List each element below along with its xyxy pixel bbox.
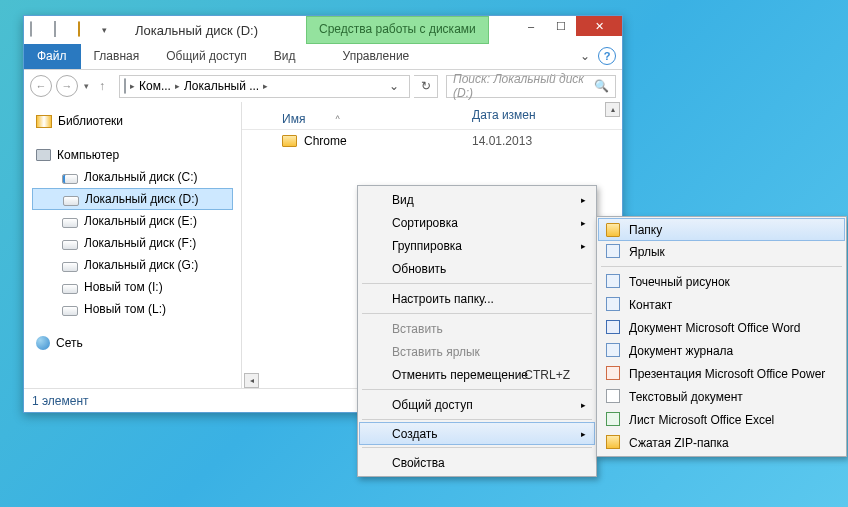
menu-group[interactable]: Группировка▸ — [360, 234, 594, 257]
drive-icon — [30, 22, 46, 38]
submenu-journal[interactable]: Документ журнала — [599, 339, 844, 362]
menu-undo-move[interactable]: Отменить перемещениеCTRL+Z — [360, 363, 594, 386]
col-date[interactable]: Дата измен — [472, 108, 572, 129]
menu-paste: Вставить — [360, 317, 594, 340]
menu-share[interactable]: Общий доступ▸ — [360, 393, 594, 416]
menu-label: Документ журнала — [629, 344, 733, 358]
item-count: 1 элемент — [32, 394, 89, 408]
menu-label: Вид — [392, 193, 414, 207]
menu-label: Настроить папку... — [392, 292, 494, 306]
column-headers[interactable]: Имя ^ Дата измен — [242, 108, 622, 130]
scroll-left-icon[interactable]: ◂ — [244, 373, 259, 388]
submenu-contact[interactable]: Контакт — [599, 293, 844, 316]
menu-properties[interactable]: Свойства — [360, 451, 594, 474]
navigation-pane[interactable]: Библиотеки Компьютер Локальный диск (C:)… — [24, 102, 242, 388]
chevron-right-icon[interactable]: ▸ — [130, 81, 135, 91]
crumb-drive-d[interactable]: Локальный ... — [184, 79, 259, 93]
menu-label: Общий доступ — [392, 398, 473, 412]
nav-drive-f[interactable]: Локальный диск (F:) — [32, 232, 241, 254]
nav-drive-d[interactable]: Локальный диск (D:) — [32, 188, 233, 210]
chevron-right-icon: ▸ — [581, 400, 586, 410]
submenu-bitmap[interactable]: Точечный рисунок — [599, 270, 844, 293]
zip-icon — [606, 435, 620, 449]
submenu-ppt[interactable]: Презентация Microsoft Office Power — [599, 362, 844, 385]
submenu-shortcut[interactable]: Ярлык — [599, 240, 844, 263]
col-date-label: Дата измен — [472, 108, 536, 122]
excel-icon — [606, 412, 620, 426]
nav-computer[interactable]: Компьютер — [32, 144, 241, 166]
search-icon[interactable]: 🔍 — [594, 79, 609, 93]
tab-file[interactable]: Файл — [24, 44, 81, 69]
nav-network[interactable]: Сеть — [32, 332, 241, 354]
submenu-word[interactable]: Документ Microsoft Office Word — [599, 316, 844, 339]
forward-button[interactable]: → — [56, 75, 78, 97]
separator — [362, 313, 592, 314]
qat-dropdown-icon[interactable]: ▾ — [102, 25, 107, 35]
nav-drive-g[interactable]: Локальный диск (G:) — [32, 254, 241, 276]
title-bar[interactable]: ▾ Локальный диск (D:) Средства работы с … — [24, 16, 622, 44]
menu-view[interactable]: Вид▸ — [360, 188, 594, 211]
close-button[interactable]: ✕ — [576, 16, 622, 36]
nav-drive-e[interactable]: Локальный диск (E:) — [32, 210, 241, 232]
chevron-right-icon[interactable]: ▸ — [175, 81, 180, 91]
address-dropdown-icon[interactable]: ⌄ — [383, 79, 405, 93]
crumb-computer[interactable]: Ком... — [139, 79, 171, 93]
tab-manage[interactable]: Управление — [330, 44, 424, 69]
col-name[interactable]: Имя ^ — [282, 108, 472, 129]
tab-view[interactable]: Вид — [261, 44, 310, 69]
scrollbar[interactable]: ▴ — [605, 102, 620, 117]
tab-share[interactable]: Общий доступ — [153, 44, 261, 69]
menu-label: Документ Microsoft Office Word — [629, 321, 801, 335]
disk-tools-tab[interactable]: Средства работы с дисками — [306, 16, 489, 44]
back-button[interactable]: ← — [30, 75, 52, 97]
scroll-up-icon[interactable]: ▴ — [605, 102, 620, 117]
menu-label: Презентация Microsoft Office Power — [629, 367, 825, 381]
file-date: 14.01.2013 — [472, 134, 572, 148]
search-placeholder: Поиск: Локальный диск (D:) — [453, 72, 594, 100]
nav-vol-i[interactable]: Новый том (I:) — [32, 276, 241, 298]
nav-label: Библиотеки — [58, 114, 123, 128]
menu-create[interactable]: Создать▸ — [359, 422, 595, 445]
submenu-excel[interactable]: Лист Microsoft Office Excel — [599, 408, 844, 431]
chevron-right-icon: ▸ — [581, 195, 586, 205]
drive-icon — [62, 284, 78, 294]
window-title: Локальный диск (D:) — [135, 23, 258, 38]
refresh-button[interactable]: ↻ — [414, 75, 438, 98]
search-input[interactable]: Поиск: Локальный диск (D:) 🔍 — [446, 75, 616, 98]
menu-label: Папку — [629, 223, 662, 237]
drive-icon — [124, 79, 126, 93]
menu-label: Точечный рисунок — [629, 275, 730, 289]
properties-icon[interactable] — [54, 22, 70, 38]
breadcrumb[interactable]: ▸ Ком... ▸ Локальный ... ▸ ⌄ — [119, 75, 410, 98]
submenu-folder[interactable]: Папку — [598, 218, 845, 241]
maximize-button[interactable]: ☐ — [546, 16, 576, 36]
separator — [362, 389, 592, 390]
menu-refresh[interactable]: Обновить — [360, 257, 594, 280]
contact-icon — [606, 297, 620, 311]
help-button[interactable]: ? — [598, 47, 616, 65]
word-icon — [606, 320, 620, 334]
list-item[interactable]: Chrome 14.01.2013 — [242, 130, 622, 152]
submenu-txt[interactable]: Текстовый документ — [599, 385, 844, 408]
menu-label: Свойства — [392, 456, 445, 470]
menu-sort[interactable]: Сортировка▸ — [360, 211, 594, 234]
chevron-right-icon[interactable]: ▸ — [263, 81, 268, 91]
nav-label: Новый том (I:) — [84, 280, 163, 294]
menu-customize[interactable]: Настроить папку... — [360, 287, 594, 310]
submenu-zip[interactable]: Сжатая ZIP-папка — [599, 431, 844, 454]
menu-label: Создать — [392, 427, 438, 441]
drive-icon — [62, 262, 78, 272]
nav-drive-c[interactable]: Локальный диск (C:) — [32, 166, 241, 188]
history-dropdown-icon[interactable]: ▾ — [82, 81, 91, 91]
powerpoint-icon — [606, 366, 620, 380]
new-folder-icon[interactable] — [78, 22, 94, 38]
nav-vol-l[interactable]: Новый том (L:) — [32, 298, 241, 320]
drive-icon — [62, 240, 78, 250]
tab-home[interactable]: Главная — [81, 44, 154, 69]
ribbon-collapse-icon[interactable]: ⌄ — [580, 49, 590, 63]
nav-libraries[interactable]: Библиотеки — [32, 110, 241, 132]
menu-label: Вставить ярлык — [392, 345, 480, 359]
minimize-button[interactable]: – — [516, 16, 546, 36]
menu-label: Контакт — [629, 298, 672, 312]
up-button[interactable]: ↑ — [95, 79, 109, 93]
